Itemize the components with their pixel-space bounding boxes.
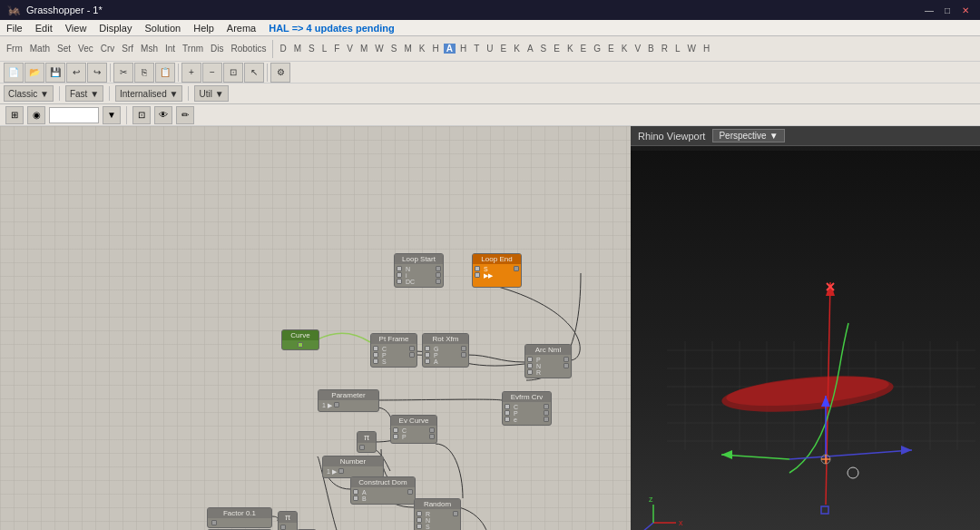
menu-solution[interactable]: Solution [138, 20, 187, 35]
toolbar-w2[interactable]: W [685, 44, 699, 54]
toolbar-g[interactable]: G [591, 44, 603, 54]
port-evc-out1[interactable] [429, 427, 435, 433]
rhino-viewport[interactable]: Rhino Viewport Perspective ▼ [631, 126, 980, 530]
port-an-in2[interactable] [527, 363, 533, 368]
node-rot-xfm[interactable]: Rot Xfm GPA [422, 333, 469, 368]
node-factor1[interactable]: Factor 0.1 [207, 507, 272, 528]
node-loop-start[interactable]: Loop Start NiDC [394, 253, 444, 288]
port-evfc-out3[interactable] [544, 417, 549, 422]
tb-save[interactable]: 💾 [45, 63, 65, 83]
pencil-btn[interactable]: ✏ [176, 106, 194, 124]
port-ptf-in1[interactable] [373, 346, 378, 351]
toolbar-u[interactable]: U [484, 44, 495, 54]
node-pi2[interactable]: π [278, 511, 298, 530]
port-an-out2[interactable] [564, 363, 569, 368]
port-curve-out[interactable] [298, 342, 303, 348]
toolbar-t[interactable]: T [471, 44, 482, 54]
tb-select[interactable]: ↖ [244, 63, 264, 83]
tb-redo[interactable]: ↪ [87, 63, 107, 83]
toolbar-trnm[interactable]: Trnm [180, 44, 206, 54]
port-evfc-out1[interactable] [544, 404, 549, 409]
toolbar-h3[interactable]: H [701, 44, 712, 54]
port-rx-in2[interactable] [425, 352, 430, 358]
toolbar-k3[interactable]: K [564, 44, 576, 54]
minimize-button[interactable]: — [922, 3, 936, 17]
node-parameter[interactable]: Parameter 1 ▶ [318, 389, 379, 412]
toolbar-b[interactable]: B [645, 44, 657, 54]
tb-copy[interactable]: ⎘ [134, 63, 154, 83]
port-rx-in1[interactable] [425, 346, 430, 351]
port-ptf-in3[interactable] [373, 358, 378, 364]
toolbar-dis[interactable]: Dis [208, 44, 226, 54]
toolbar-int[interactable]: Int [162, 44, 178, 54]
port-evfc-in2[interactable] [505, 410, 510, 416]
node-construct-domain[interactable]: Construct Dom AB [350, 476, 416, 505]
canvas-area[interactable]: Loop Start NiDC Loop End [0, 126, 631, 530]
menu-help[interactable]: Help [187, 20, 220, 35]
zoom-dropdown[interactable]: ▼ [103, 106, 121, 124]
node-curve[interactable]: Curve [281, 329, 319, 350]
toolbar-w[interactable]: W [372, 44, 386, 54]
menu-hal[interactable]: HAL => 4 updates pending [262, 20, 401, 35]
port-num1-out[interactable] [338, 468, 344, 474]
toolbar-s[interactable]: S [306, 44, 318, 54]
port-ptf-in2[interactable] [373, 352, 378, 358]
toolbar-s2[interactable]: S [538, 44, 550, 54]
toolbar-m[interactable]: M [291, 44, 304, 54]
mode-internalised[interactable]: Internalised ▼ [115, 85, 182, 102]
port-evc-out2[interactable] [429, 434, 435, 439]
port-out-dc[interactable] [436, 279, 441, 284]
port-ptf-out2[interactable] [409, 352, 415, 358]
node-pt-frame[interactable]: Pt Frame CPS [370, 333, 417, 368]
toolbar-vec[interactable]: Vec [75, 44, 96, 54]
port-cd-in2[interactable] [353, 496, 358, 501]
node-ev-curve[interactable]: Ev Curve CP [390, 415, 437, 444]
maximize-button[interactable]: □ [940, 3, 955, 17]
toolbar-v2[interactable]: V [632, 44, 643, 54]
toolbar-l[interactable]: L [319, 44, 330, 54]
tb-open[interactable]: 📂 [24, 63, 44, 83]
toolbar-e3[interactable]: E [578, 44, 590, 54]
toolbar-h[interactable]: H [430, 44, 442, 54]
port-rnd1-in1[interactable] [416, 511, 422, 516]
port-evfc-out2[interactable] [544, 410, 549, 416]
toolbar-math[interactable]: Math [27, 44, 53, 54]
port-an-in1[interactable] [527, 357, 533, 362]
toolbar-e2[interactable]: E [551, 44, 563, 54]
toolbar-e[interactable]: E [498, 44, 510, 54]
toolbar-frm[interactable]: Frm [4, 44, 25, 54]
node-pi1[interactable]: π [357, 431, 377, 453]
toolbar-crv[interactable]: Crv [98, 44, 118, 54]
port-rnd1-in2[interactable] [416, 517, 422, 523]
port-rnd1-in3[interactable] [416, 524, 422, 529]
menu-arema[interactable]: Arema [220, 20, 262, 35]
toolbar-l2[interactable]: L [672, 44, 683, 54]
menu-view[interactable]: View [59, 20, 93, 35]
toolbar-srf[interactable]: Srf [119, 44, 136, 54]
menu-display[interactable]: Display [93, 20, 138, 35]
mode-util[interactable]: Util ▼ [194, 85, 228, 102]
toolbar-k4[interactable]: K [619, 44, 631, 54]
tb-zoomin[interactable]: + [181, 63, 201, 83]
toolbar-set[interactable]: Set [54, 44, 74, 54]
tb-fit[interactable]: ⊡ [223, 63, 243, 83]
snap-toggle-btn[interactable]: ◉ [27, 106, 45, 124]
node-number1[interactable]: Number 1 ▶ [322, 456, 384, 478]
port-evfc-in1[interactable] [505, 404, 510, 409]
port-rx-out2[interactable] [461, 352, 466, 358]
port-pi1-out[interactable] [359, 445, 365, 450]
port-an-out1[interactable] [564, 357, 569, 362]
tb-new[interactable]: 📄 [4, 63, 24, 83]
center-btn[interactable]: ⊡ [132, 106, 151, 124]
mode-fast[interactable]: Fast ▼ [65, 85, 103, 102]
port-n[interactable] [397, 266, 402, 271]
port-evc-in1[interactable] [393, 427, 398, 433]
port-le-in2[interactable] [475, 272, 480, 278]
toolbar-mw[interactable]: M [358, 44, 370, 54]
port-out-n[interactable] [436, 266, 441, 271]
port-evc-in2[interactable] [393, 434, 398, 439]
toolbar-sm[interactable]: S [388, 44, 400, 54]
toolbar-robotics[interactable]: Robotics [229, 44, 270, 54]
menu-file[interactable]: File [0, 20, 29, 35]
toolbar-a[interactable]: A [444, 44, 456, 54]
